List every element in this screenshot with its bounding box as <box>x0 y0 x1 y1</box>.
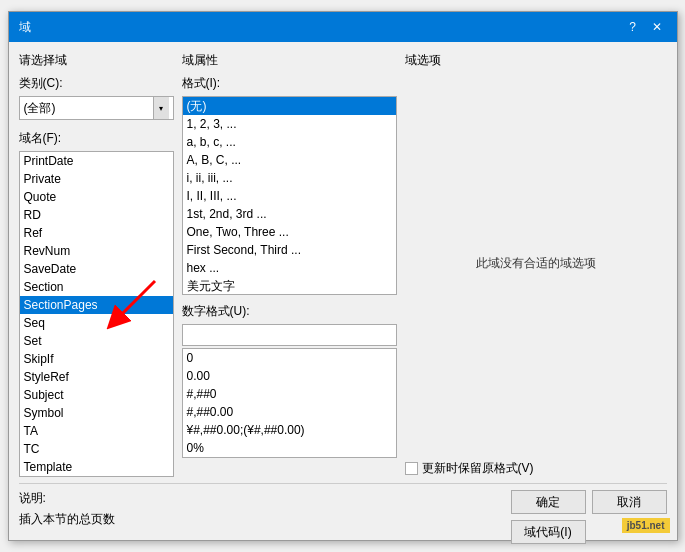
number-format-list-item[interactable]: #,##0.00 <box>183 403 396 421</box>
bottom-actions: 确定 取消 域代码(I) <box>511 490 667 544</box>
number-format-list-item[interactable]: #,##0 <box>183 385 396 403</box>
help-button[interactable]: ? <box>623 18 643 36</box>
number-format-section: 数字格式(U): 00.00#,##0#,##0.00¥#,##0.00;(¥#… <box>182 303 397 458</box>
description-section: 说明: 插入本节的总页数 <box>19 490 503 530</box>
field-list-item[interactable]: Private <box>20 170 173 188</box>
field-list-item[interactable]: RD <box>20 206 173 224</box>
main-content: 请选择域 类别(C): (全部) ▾ 域名(F): PrintDatePriva… <box>19 52 667 477</box>
number-format-input[interactable] <box>182 324 397 346</box>
format-list[interactable]: (无)1, 2, 3, ...a, b, c, ...A, B, C, ...i… <box>182 96 397 295</box>
title-bar-buttons: ? ✕ <box>623 18 667 36</box>
middle-panel: 域属性 格式(I): (无)1, 2, 3, ...a, b, c, ...A,… <box>182 52 397 477</box>
action-buttons: 确定 取消 <box>511 490 667 514</box>
title-bar: 域 ? ✕ <box>9 12 677 42</box>
field-list-item[interactable]: Quote <box>20 188 173 206</box>
format-list-item[interactable]: I, II, III, ... <box>183 187 396 205</box>
field-name-section: 域名(F): PrintDatePrivateQuoteRDRefRevNumS… <box>19 130 174 477</box>
field-list-item[interactable]: SkipIf <box>20 350 173 368</box>
preserve-format-checkbox[interactable] <box>405 462 418 475</box>
format-section: 格式(I): (无)1, 2, 3, ...a, b, c, ...A, B, … <box>182 75 397 295</box>
format-list-item[interactable]: (无) <box>183 97 396 115</box>
format-list-item[interactable]: a, b, c, ... <box>183 133 396 151</box>
field-list-item[interactable]: Ref <box>20 224 173 242</box>
format-list-item[interactable]: One, Two, Three ... <box>183 223 396 241</box>
number-format-list-item[interactable]: ¥#,##0.00;(¥#,##0.00) <box>183 421 396 439</box>
number-format-label: 数字格式(U): <box>182 303 397 320</box>
number-format-list[interactable]: 00.00#,##0#,##0.00¥#,##0.00;(¥#,##0.00)0… <box>182 348 397 458</box>
format-list-item[interactable]: 美元文字 <box>183 277 396 295</box>
field-list-item[interactable]: Seq <box>20 314 173 332</box>
field-list-item[interactable]: Subject <box>20 386 173 404</box>
preserve-format-label: 更新时保留原格式(V) <box>422 460 534 477</box>
field-list-item[interactable]: Section <box>20 278 173 296</box>
number-format-list-item[interactable]: 0 <box>183 349 396 367</box>
field-list-item[interactable]: Set <box>20 332 173 350</box>
format-label: 格式(I): <box>182 75 397 92</box>
format-list-item[interactable]: First Second, Third ... <box>183 241 396 259</box>
number-format-list-item[interactable]: 0% <box>183 439 396 457</box>
field-options-label: 域选项 <box>405 52 667 69</box>
field-list-item[interactable]: SaveDate <box>20 260 173 278</box>
preserve-format-row: 更新时保留原格式(V) <box>405 456 667 477</box>
format-list-item[interactable]: hex ... <box>183 259 396 277</box>
dialog-body: 请选择域 类别(C): (全部) ▾ 域名(F): PrintDatePriva… <box>9 42 677 552</box>
format-list-item[interactable]: 1st, 2nd, 3rd ... <box>183 205 396 223</box>
close-button[interactable]: ✕ <box>647 18 667 36</box>
no-options-text: 此域没有合适的域选项 <box>405 75 667 452</box>
field-code-button[interactable]: 域代码(I) <box>511 520 586 544</box>
cancel-button[interactable]: 取消 <box>592 490 667 514</box>
select-domain-label: 请选择域 <box>19 52 174 69</box>
dialog-window: 域 ? ✕ 请选择域 类别(C): (全部) ▾ <box>8 11 678 541</box>
field-list-item[interactable]: SectionPages <box>20 296 173 314</box>
field-props-label: 域属性 <box>182 52 397 69</box>
number-format-list-item[interactable]: 0.00 <box>183 367 396 385</box>
format-list-item[interactable]: i, ii, iii, ... <box>183 169 396 187</box>
category-dropdown-arrow: ▾ <box>153 97 169 119</box>
field-list-item[interactable]: Template <box>20 458 173 476</box>
description-text: 插入本节的总页数 <box>19 509 503 530</box>
field-name-label: 域名(F): <box>19 130 174 147</box>
left-panel: 请选择域 类别(C): (全部) ▾ 域名(F): PrintDatePriva… <box>19 52 174 477</box>
watermark: jb51.net <box>622 518 670 533</box>
category-select[interactable]: (全部) ▾ <box>19 96 174 120</box>
field-list-item[interactable]: TA <box>20 422 173 440</box>
format-list-item[interactable]: A, B, C, ... <box>183 151 396 169</box>
number-format-list-item[interactable]: 0.00% <box>183 457 396 458</box>
field-list-item[interactable]: Symbol <box>20 404 173 422</box>
description-label: 说明: <box>19 490 503 507</box>
ok-button[interactable]: 确定 <box>511 490 586 514</box>
bottom-section: 说明: 插入本节的总页数 确定 取消 域代码(I) <box>19 483 667 544</box>
field-list-item[interactable]: StyleRef <box>20 368 173 386</box>
field-list-item[interactable]: RevNum <box>20 242 173 260</box>
category-value: (全部) <box>24 100 153 117</box>
dialog-title: 域 <box>19 19 31 36</box>
field-name-list[interactable]: PrintDatePrivateQuoteRDRefRevNumSaveDate… <box>19 151 174 477</box>
category-section: 类别(C): (全部) ▾ <box>19 75 174 120</box>
category-label: 类别(C): <box>19 75 174 92</box>
right-panel: 域选项 此域没有合适的域选项 更新时保留原格式(V) <box>405 52 667 477</box>
field-list-item[interactable]: PrintDate <box>20 152 173 170</box>
field-list-item[interactable]: TC <box>20 440 173 458</box>
format-list-item[interactable]: 1, 2, 3, ... <box>183 115 396 133</box>
